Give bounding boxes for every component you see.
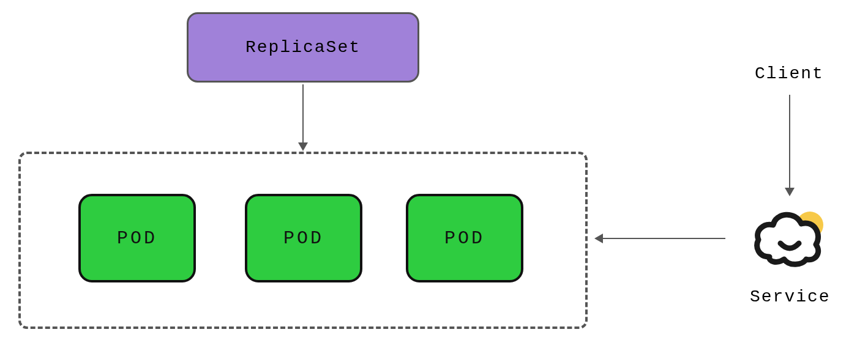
- service-label: Service: [750, 287, 831, 306]
- arrow-service-to-pods: [603, 238, 725, 239]
- pod-label: POD: [117, 228, 157, 249]
- arrow-client-to-service-head: [785, 188, 795, 196]
- replicaset-node: ReplicaSet: [187, 12, 419, 83]
- arrow-service-to-pods-head: [594, 234, 603, 243]
- pod-label: POD: [444, 228, 485, 249]
- client-label: Client: [755, 64, 824, 83]
- pod-label: POD: [283, 228, 324, 249]
- pod-node: POD: [78, 194, 196, 282]
- pod-node: POD: [406, 194, 523, 282]
- arrow-client-to-service: [789, 95, 790, 188]
- arrow-replicaset-to-pods: [302, 84, 304, 142]
- pod-node: POD: [245, 194, 362, 282]
- service-cloud-icon: [750, 196, 829, 275]
- replicaset-label: ReplicaSet: [245, 38, 361, 57]
- arrow-replicaset-to-pods-head: [298, 142, 308, 151]
